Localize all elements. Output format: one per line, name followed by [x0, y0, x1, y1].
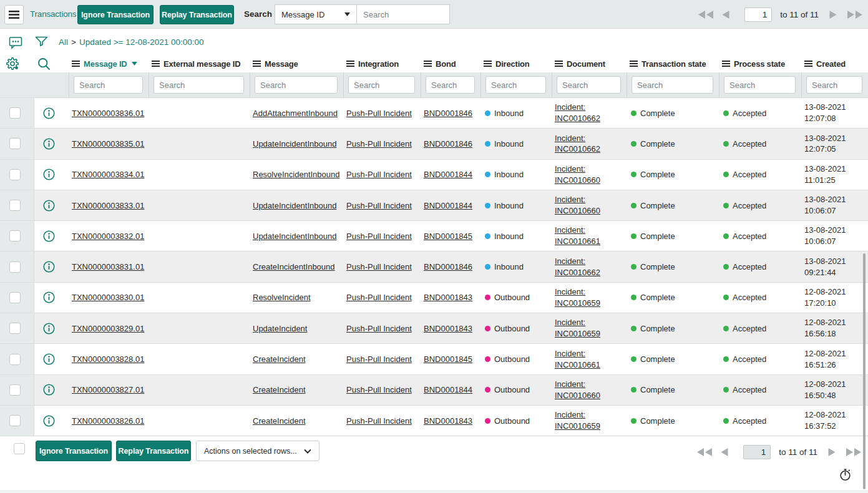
- last-page-button[interactable]: [847, 11, 862, 19]
- comments-button[interactable]: [9, 36, 22, 52]
- row-preview-button[interactable]: [43, 168, 55, 180]
- filter-button[interactable]: [35, 36, 48, 52]
- message-id-link[interactable]: TXN0000003829.01: [72, 324, 144, 333]
- column-header-bond[interactable]: Bond: [421, 55, 480, 72]
- row-preview-button[interactable]: [43, 200, 55, 212]
- replay-transaction-button[interactable]: Replay Transaction: [160, 5, 234, 24]
- column-search-input-integration[interactable]: [348, 76, 415, 94]
- row-preview-button[interactable]: [43, 291, 55, 303]
- integration-link[interactable]: Push-Pull Incident: [346, 232, 412, 241]
- column-search-input-document[interactable]: [557, 76, 621, 94]
- row-checkbox[interactable]: [9, 354, 21, 365]
- message-id-link[interactable]: TXN0000003828.01: [72, 354, 144, 364]
- integration-link[interactable]: Push-Pull Incident: [346, 293, 412, 302]
- row-checkbox[interactable]: [9, 200, 21, 211]
- prev-page-button[interactable]: [722, 11, 729, 19]
- column-header-direction[interactable]: Direction: [480, 55, 552, 72]
- column-search-input-message-id[interactable]: [74, 76, 143, 94]
- message-link[interactable]: CreateIncident: [253, 385, 306, 394]
- integration-link[interactable]: Push-Pull Incident: [346, 385, 412, 394]
- prev-page-button-footer[interactable]: [721, 448, 728, 456]
- bond-link[interactable]: BND0001844: [424, 385, 472, 394]
- row-preview-button[interactable]: [43, 384, 55, 396]
- column-menu-icon[interactable]: [722, 59, 730, 69]
- column-menu-icon[interactable]: [72, 59, 80, 69]
- list-search-toggle-button[interactable]: [37, 57, 51, 73]
- row-preview-button[interactable]: [43, 261, 55, 273]
- integration-link[interactable]: Push-Pull Incident: [346, 324, 412, 333]
- column-search-input-message[interactable]: [255, 76, 338, 94]
- row-preview-button[interactable]: [43, 138, 55, 150]
- message-link[interactable]: CreateIncidentInbound: [253, 262, 335, 271]
- row-preview-button[interactable]: [43, 415, 55, 427]
- column-menu-icon[interactable]: [630, 59, 638, 69]
- replay-transaction-button-footer[interactable]: Replay Transaction: [116, 441, 191, 461]
- column-menu-icon[interactable]: [152, 59, 160, 69]
- integration-link[interactable]: Push-Pull Incident: [346, 262, 412, 271]
- document-link[interactable]: Incident: INC0010662: [555, 256, 627, 278]
- personalize-list-button[interactable]: [6, 57, 19, 72]
- integration-link[interactable]: Push-Pull Incident: [346, 354, 412, 364]
- column-menu-icon[interactable]: [804, 59, 812, 69]
- message-id-link[interactable]: TXN0000003830.01: [72, 293, 144, 302]
- bond-link[interactable]: BND0001845: [424, 232, 472, 241]
- last-page-button-footer[interactable]: [846, 448, 861, 456]
- document-link[interactable]: Incident: INC0010660: [555, 164, 627, 186]
- row-checkbox[interactable]: [9, 107, 21, 119]
- message-id-link[interactable]: TXN0000003835.01: [72, 139, 144, 149]
- response-time-button[interactable]: [839, 467, 852, 484]
- first-page-button[interactable]: [698, 11, 714, 19]
- bond-link[interactable]: BND0001843: [424, 416, 472, 426]
- bond-link[interactable]: BND0001843: [424, 324, 472, 333]
- document-link[interactable]: Incident: INC0010659: [555, 317, 627, 339]
- row-checkbox[interactable]: [9, 230, 21, 242]
- message-id-link[interactable]: TXN0000003826.01: [72, 416, 144, 426]
- actions-on-selected-rows-select[interactable]: Actions on selected rows...: [196, 441, 319, 461]
- bond-link[interactable]: BND0001846: [424, 139, 472, 149]
- message-link[interactable]: UpdateIncidentInbound: [253, 139, 336, 149]
- column-header-integration[interactable]: Integration: [343, 55, 421, 72]
- row-checkbox[interactable]: [9, 415, 21, 426]
- bond-link[interactable]: BND0001844: [424, 201, 472, 210]
- bond-link[interactable]: BND0001846: [424, 109, 472, 118]
- column-header-external-message-id[interactable]: External message ID: [149, 55, 250, 72]
- document-link[interactable]: Incident: INC0010662: [555, 133, 627, 155]
- message-link[interactable]: UpdateIncidentInbound: [253, 201, 336, 210]
- message-link[interactable]: UpdateIncidentInbound: [253, 232, 336, 241]
- column-menu-icon[interactable]: [555, 59, 563, 69]
- message-link[interactable]: AddAttachmentInbound: [253, 109, 338, 118]
- column-menu-icon[interactable]: [484, 59, 492, 69]
- integration-link[interactable]: Push-Pull Incident: [346, 416, 412, 426]
- message-link[interactable]: ResolveIncidentInbound: [253, 170, 340, 179]
- document-link[interactable]: Incident: INC0010660: [555, 379, 627, 401]
- global-search-input[interactable]: [356, 4, 450, 24]
- search-field-select[interactable]: Message ID: [275, 4, 357, 24]
- row-preview-button[interactable]: [43, 353, 55, 365]
- page-number-input[interactable]: [744, 7, 772, 22]
- message-link[interactable]: UpdateIncident: [253, 324, 307, 333]
- document-link[interactable]: Incident: INC0010659: [555, 286, 627, 309]
- row-preview-button[interactable]: [43, 230, 55, 242]
- bond-link[interactable]: BND0001844: [424, 170, 472, 179]
- column-header-document[interactable]: Document: [552, 55, 627, 72]
- column-header-message[interactable]: Message: [250, 55, 343, 72]
- row-checkbox[interactable]: [9, 323, 21, 334]
- next-page-button[interactable]: [829, 11, 837, 19]
- integration-link[interactable]: Push-Pull Incident: [346, 201, 412, 210]
- message-link[interactable]: ResolveIncident: [253, 293, 311, 302]
- bond-link[interactable]: BND0001843: [424, 293, 472, 302]
- row-checkbox[interactable]: [9, 384, 21, 396]
- column-menu-icon[interactable]: [253, 59, 261, 69]
- row-checkbox[interactable]: [9, 169, 21, 180]
- integration-link[interactable]: Push-Pull Incident: [346, 170, 412, 179]
- bond-link[interactable]: BND0001845: [424, 354, 472, 364]
- column-search-input-direction[interactable]: [485, 76, 546, 94]
- message-link[interactable]: CreateIncident: [253, 354, 306, 364]
- column-menu-icon[interactable]: [346, 59, 354, 69]
- integration-link[interactable]: Push-Pull Incident: [346, 139, 412, 149]
- next-page-button-footer[interactable]: [828, 448, 836, 456]
- message-id-link[interactable]: TXN0000003831.01: [72, 262, 144, 271]
- message-id-link[interactable]: TXN0000003834.01: [72, 170, 144, 179]
- column-search-input-process-state[interactable]: [724, 76, 796, 94]
- column-menu-icon[interactable]: [424, 59, 432, 69]
